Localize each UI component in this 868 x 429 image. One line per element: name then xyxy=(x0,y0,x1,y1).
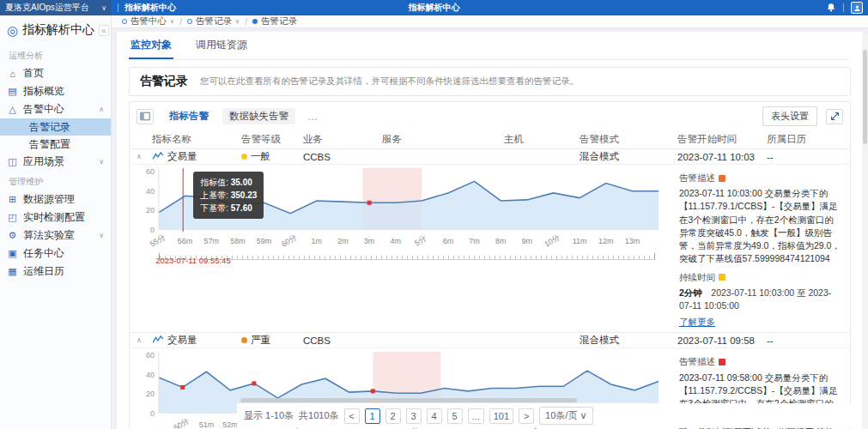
pagination-total: 共1010条 xyxy=(299,409,338,422)
alert-level-cell: 严重 xyxy=(238,334,300,347)
column-header-告警模式[interactable]: 告警模式 xyxy=(576,133,674,146)
sidebar-item-算法实验室[interactable]: ⚙算法实验室∨ xyxy=(0,227,111,245)
sidebar-item-任务中心[interactable]: ▣任务中心 xyxy=(0,245,111,263)
svg-text:4m: 4m xyxy=(390,237,401,245)
sidebar-subitem-告警配置[interactable]: 告警配置 xyxy=(0,136,111,153)
chevron-down-icon: ∨ xyxy=(101,4,106,12)
mode-cell: 混合模式 xyxy=(576,150,674,163)
metric-name-cell[interactable]: 交易量 xyxy=(149,150,238,163)
sidebar-collapse-button[interactable]: « xyxy=(99,25,109,36)
redline-timestamp: 2023-07-11 09:55:45 xyxy=(155,256,231,265)
fullscreen-icon[interactable] xyxy=(826,109,843,124)
table-tab-数据缺失告警[interactable]: 数据缺失告警 xyxy=(222,108,295,124)
duration-title: 持续时间 xyxy=(679,271,841,284)
page-button-2[interactable]: 2 xyxy=(385,408,401,424)
chevron-down-icon: ∨ xyxy=(235,18,240,25)
algorithm-lab-icon: ⚙ xyxy=(7,230,18,241)
sidebar-item-应用场景[interactable]: ◫应用场景∨ xyxy=(0,153,111,171)
page-title: 告警记录 xyxy=(140,74,188,89)
tooltip-row: 下基带: 57.60 xyxy=(200,202,257,214)
page-button-101[interactable]: 101 xyxy=(489,408,513,424)
alert-center-icon: △ xyxy=(7,104,18,115)
columns-toggle-button[interactable] xyxy=(137,109,154,124)
tooltip-row: 上基带: 350.23 xyxy=(200,189,257,202)
svg-text:58m: 58m xyxy=(230,237,246,245)
svg-text:0: 0 xyxy=(150,226,155,234)
column-header-业务[interactable]: 业务 xyxy=(300,133,379,146)
sidebar-item-指标概览[interactable]: ▤指标概览 xyxy=(0,82,111,100)
next-page-button[interactable]: > xyxy=(519,408,534,424)
prev-page-button[interactable]: < xyxy=(344,408,360,424)
breadcrumb-item[interactable]: 告警中心∨ xyxy=(122,15,174,27)
alert-description-panel: 告警描述2023-07-11 10:03:00 交易量分类下的【11.157.7… xyxy=(669,165,850,332)
header-settings-button[interactable]: 表头设置 xyxy=(762,106,817,126)
column-header-指标分[interactable]: 指标分 xyxy=(849,133,851,146)
column-header-告警开始时间[interactable]: 告警开始时间 xyxy=(674,133,763,146)
alert-level-cell: 一般 xyxy=(238,150,300,163)
breadcrumb-item[interactable]: 告警记录 xyxy=(252,15,297,27)
alert-chart: 020406055分56m57m58m59m60分1m2m3m4m5分6m7m8… xyxy=(130,165,669,268)
page-size-select[interactable]: 10条/页 ∨ xyxy=(539,407,592,425)
column-header-服务[interactable]: 服务 xyxy=(379,133,501,146)
topbar-divider xyxy=(118,3,118,12)
sidebar-item-label: 指标概览 xyxy=(23,84,64,99)
level-dot-icon xyxy=(241,337,247,343)
alert-record-panel-header: 告警记录 您可以在此查看所有的告警记录及其详情，并可根据不同条件快速筛选出想要查… xyxy=(129,67,851,96)
metric-name: 交易量 xyxy=(167,334,197,347)
breadcrumb-item[interactable]: 告警记录∨ xyxy=(187,15,240,27)
metric-name-cell[interactable]: 交易量 xyxy=(149,334,238,347)
table-tab-指标告警[interactable]: 指标告警 xyxy=(162,108,215,124)
svg-text:20: 20 xyxy=(146,206,155,214)
svg-text:50分: 50分 xyxy=(172,417,190,429)
category-cell[interactable]: 业务-交 xyxy=(849,334,851,347)
svg-text:9m: 9m xyxy=(522,237,533,245)
sidebar-item-label: 应用场景 xyxy=(23,154,64,169)
desc-severity-icon xyxy=(719,359,725,366)
hollow-dot-icon xyxy=(122,19,127,24)
page-ellipsis[interactable]: ... xyxy=(468,408,484,424)
sidebar-item-数据源管理[interactable]: ⊞数据源管理 xyxy=(0,190,111,208)
breadcrumb-label: 告警中心 xyxy=(131,15,167,27)
duration-value: 2分钟 2023-07-11 10:03:00 至 2023-07-11 10:… xyxy=(679,287,841,312)
alert-table: 指标告警数据缺失告警 … 表头设置 指标名称告警等级业务服务主机告警模式告警开始… xyxy=(129,101,851,429)
svg-text:55分: 55分 xyxy=(149,233,167,249)
line-chart-icon xyxy=(152,152,164,162)
svg-text:20: 20 xyxy=(146,390,155,399)
column-header-主机[interactable]: 主机 xyxy=(501,133,576,146)
learn-more-link[interactable]: 了解更多 xyxy=(679,316,715,329)
collapse-row-icon[interactable]: ∧ xyxy=(130,153,149,160)
page-button-4[interactable]: 4 xyxy=(427,408,442,424)
more-tabs-button[interactable]: … xyxy=(304,111,321,123)
sidebar-item-告警中心[interactable]: △告警中心∧ xyxy=(0,100,111,118)
page-button-5[interactable]: 5 xyxy=(447,408,463,424)
svg-text:1m: 1m xyxy=(312,237,323,245)
page-tabs: 监控对象调用链资源 xyxy=(129,32,851,60)
datazoom-ruler[interactable] xyxy=(159,253,655,260)
sidebar-item-实时检测配置[interactable]: ◰实时检测配置 xyxy=(0,208,111,227)
sidebar-item-首页[interactable]: ⌂首页 xyxy=(0,64,111,82)
vertical-scrollbar[interactable] xyxy=(862,34,868,429)
sidebar-item-运维日历[interactable]: ▦运维日历 xyxy=(0,263,111,281)
collapse-row-icon[interactable]: ∧ xyxy=(130,336,149,344)
column-header-所属日历[interactable]: 所属日历 xyxy=(763,133,849,146)
tab-调用链资源[interactable]: 调用链资源 xyxy=(194,32,249,59)
start-time-cell: 2023-07-11 09:58 xyxy=(674,335,763,346)
category-cell[interactable]: 业务-交 xyxy=(849,150,851,163)
alert-desc-label: 告警描述 xyxy=(679,355,715,368)
platform-switcher[interactable]: 夏洛克AIOps运营平台 ∨ xyxy=(0,0,112,15)
level-dot-icon xyxy=(241,154,247,160)
column-header-告警等级[interactable]: 告警等级 xyxy=(238,133,300,146)
svg-text:40: 40 xyxy=(146,371,155,379)
bell-icon[interactable] xyxy=(826,3,836,13)
column-header-指标名称[interactable]: 指标名称 xyxy=(149,133,238,146)
page-button-3[interactable]: 3 xyxy=(406,408,422,424)
svg-text:56m: 56m xyxy=(178,237,193,245)
sidebar-subitem-告警记录[interactable]: 告警记录 xyxy=(0,118,111,136)
avatar[interactable] xyxy=(851,2,863,14)
tab-监控对象[interactable]: 监控对象 xyxy=(129,32,173,59)
page-button-1[interactable]: 1 xyxy=(365,408,380,424)
realtime-detect-icon: ◰ xyxy=(7,212,18,223)
duration-icon xyxy=(719,274,725,281)
svg-text:60: 60 xyxy=(146,351,155,360)
chart-tooltip: 指标值: 35.00上基带: 350.23下基带: 57.60 xyxy=(193,172,264,219)
